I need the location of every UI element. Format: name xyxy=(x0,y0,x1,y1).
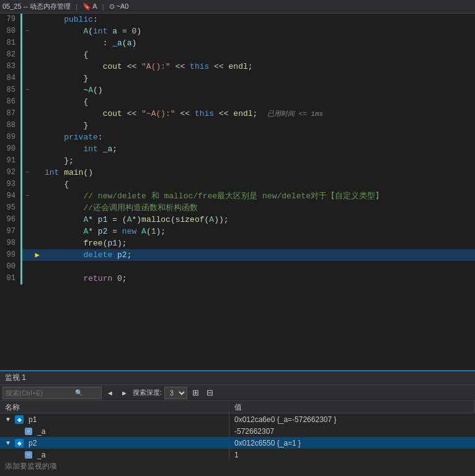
fold-gutter xyxy=(22,131,32,143)
breakpoint-gutter xyxy=(32,261,42,273)
nav-next-button[interactable]: ► xyxy=(118,387,130,399)
breakpoint-gutter xyxy=(32,167,42,178)
fold-gutter[interactable]: − xyxy=(22,167,32,178)
breakpoint-gutter xyxy=(32,273,42,284)
search-depth-select[interactable]: 3 1 2 4 5 xyxy=(164,387,187,399)
code-line: 00 xyxy=(0,261,475,273)
var-icon: ○ xyxy=(25,428,32,435)
breakpoint-gutter xyxy=(32,25,42,37)
var-icon: ◆ xyxy=(15,415,24,424)
line-number: 82 xyxy=(0,49,22,61)
breakpoint-gutter xyxy=(32,155,42,167)
line-number: 93 xyxy=(0,178,22,190)
fold-gutter xyxy=(22,226,32,237)
breakpoint-gutter xyxy=(32,49,42,61)
breakpoint-gutter xyxy=(32,178,42,190)
code-line: 95 //还会调用构造函数和析构函数 xyxy=(0,202,475,214)
nav-prev-button[interactable]: ◄ xyxy=(104,387,116,399)
breakpoint-gutter xyxy=(32,131,42,143)
code-content: return 0; xyxy=(42,273,475,284)
code-line: 97 A* p2 = new A(1); xyxy=(0,226,475,237)
title-left: 05_25 -- 动态内存管理 xyxy=(2,2,71,11)
breakpoint-gutter xyxy=(32,96,42,108)
code-content: ~A() xyxy=(42,84,475,96)
code-content: } xyxy=(42,120,475,131)
line-number: 96 xyxy=(0,214,22,226)
line-number: 98 xyxy=(0,237,22,249)
search-input[interactable] xyxy=(6,389,74,397)
line-number: 94 xyxy=(0,190,22,202)
code-line: 89 private: xyxy=(0,131,475,143)
search-box[interactable]: 🔍 xyxy=(2,387,102,399)
watch-cell-name: ○_a xyxy=(0,425,229,437)
watch-toolbar: 🔍 ◄ ► 搜索深度: 3 1 2 4 5 ⊞ ⊟ xyxy=(0,385,475,401)
code-editor: 79 public:80− A(int a = 0)81 : _a(a)82 {… xyxy=(0,14,475,370)
line-number: 92 xyxy=(0,167,22,178)
breakpoint-gutter xyxy=(32,226,42,237)
fold-gutter[interactable]: − xyxy=(22,25,32,37)
breakpoint-gutter xyxy=(32,14,42,25)
search-icon[interactable]: 🔍 xyxy=(75,389,82,397)
fold-gutter xyxy=(22,273,32,284)
expand-icon[interactable]: ▼ xyxy=(5,416,12,423)
line-number: 01 xyxy=(0,273,22,284)
code-content: : _a(a) xyxy=(42,37,475,49)
code-content: delete p2; xyxy=(42,249,475,261)
var-name: p2 xyxy=(29,439,37,447)
line-number: 84 xyxy=(0,73,22,84)
title-middle: 🔖 A xyxy=(82,2,97,11)
watch-add-row[interactable]: 添加要监视的项 xyxy=(0,461,475,472)
watch-row[interactable]: ○_a1 xyxy=(0,449,475,461)
expand-button[interactable]: ⊟ xyxy=(204,387,216,399)
filter-button[interactable]: ⊞ xyxy=(190,387,202,399)
breakpoint-gutter xyxy=(32,84,42,96)
watch-row[interactable]: ▼◆p10x012ca6e0 {_a=-572662307 } xyxy=(0,413,475,425)
watch-cell-value: 1 xyxy=(229,451,475,459)
fold-gutter xyxy=(22,120,32,131)
fold-gutter xyxy=(22,96,32,108)
fold-gutter[interactable]: − xyxy=(22,190,32,202)
line-number: 88 xyxy=(0,120,22,131)
line-number: 00 xyxy=(0,261,22,273)
expand-icon[interactable]: ▼ xyxy=(5,439,12,446)
breakpoint-gutter xyxy=(32,190,42,202)
code-content xyxy=(42,261,475,273)
fold-gutter xyxy=(22,178,32,190)
fold-gutter xyxy=(22,73,32,84)
watch-row[interactable]: ▼◆p20x012c6550 {_a=1 } xyxy=(0,437,475,449)
line-number: 89 xyxy=(0,131,22,143)
breakpoint-gutter xyxy=(32,37,42,49)
fold-gutter xyxy=(22,237,32,249)
code-content: } xyxy=(42,73,475,84)
watch-table: 名称 值 ▼◆p10x012ca6e0 {_a=-572662307 }○_a-… xyxy=(0,401,475,476)
breakpoint-gutter xyxy=(32,143,42,155)
code-line: 93 { xyxy=(0,178,475,190)
code-content: cout << "~A():" << this << endl; 已用时间 <=… xyxy=(42,108,475,120)
code-content: cout << "A():" << this << endl; xyxy=(42,61,475,73)
line-number: 80 xyxy=(0,25,22,37)
code-line: 81 : _a(a) xyxy=(0,37,475,49)
var-icon: ○ xyxy=(25,451,32,459)
fold-gutter xyxy=(22,261,32,273)
fold-gutter xyxy=(22,155,32,167)
fold-gutter xyxy=(22,14,32,25)
line-number: 85 xyxy=(0,84,22,96)
watch-cell-value: 0x012c6550 {_a=1 } xyxy=(229,439,475,447)
fold-gutter[interactable]: − xyxy=(22,84,32,96)
breakpoint-gutter xyxy=(32,108,42,120)
watch-cell-name: ○_a xyxy=(0,449,229,461)
code-line: 79 public: xyxy=(0,14,475,25)
var-name: p1 xyxy=(29,415,37,424)
watch-cell-name: ▼◆p1 xyxy=(0,413,229,425)
code-content: //还会调用构造函数和析构函数 xyxy=(42,202,475,214)
code-line: 90 int _a; xyxy=(0,143,475,155)
code-content: free(p1); xyxy=(42,237,475,249)
breakpoint-gutter xyxy=(32,120,42,131)
code-content: { xyxy=(42,49,475,61)
code-line: 86 { xyxy=(0,96,475,108)
line-number: 79 xyxy=(0,14,22,25)
watch-row[interactable]: ○_a-572662307 xyxy=(0,425,475,437)
code-line: 99▶ delete p2; xyxy=(0,249,475,261)
code-content: A* p2 = new A(1); xyxy=(42,226,475,237)
code-line: 98 free(p1); xyxy=(0,237,475,249)
